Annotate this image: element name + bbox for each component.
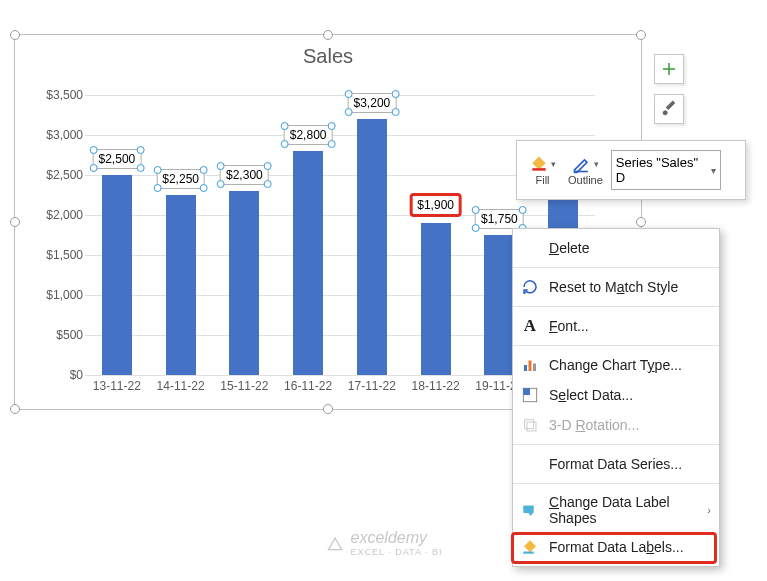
selection-handle[interactable] — [327, 122, 335, 130]
selection-handle[interactable] — [90, 164, 98, 172]
resize-handle[interactable] — [323, 404, 333, 414]
selection-handle[interactable] — [90, 146, 98, 154]
series-selector-text: Series "Sales" D — [616, 155, 711, 185]
data-label[interactable]: $3,200 — [348, 93, 397, 113]
menu-change-type-label: Change Chart Type... — [549, 357, 682, 373]
resize-handle[interactable] — [636, 30, 646, 40]
selection-handle[interactable] — [345, 90, 353, 98]
x-tick-label: 17-11-22 — [348, 379, 396, 393]
bar[interactable] — [293, 151, 323, 375]
selection-handle[interactable] — [281, 140, 289, 148]
data-label[interactable]: $2,500 — [93, 149, 142, 169]
menu-select-data-label: Select Data... — [549, 387, 633, 403]
selection-handle[interactable] — [136, 164, 144, 172]
selection-handle[interactable] — [391, 90, 399, 98]
svg-rect-2 — [524, 365, 527, 371]
menu-delete-label: elete — [559, 240, 589, 256]
reset-icon — [521, 278, 539, 296]
selection-handle[interactable] — [217, 180, 225, 188]
bar[interactable] — [357, 119, 387, 375]
data-label[interactable]: $2,800 — [284, 125, 333, 145]
data-label[interactable]: $2,250 — [156, 169, 205, 189]
select-data-icon — [521, 386, 539, 404]
menu-reset-style[interactable]: Reset to Match Style — [513, 272, 719, 302]
menu-format-data-series[interactable]: Format Data Series... — [513, 449, 719, 479]
menu-separator — [513, 444, 719, 445]
menu-delete[interactable]: Delete — [513, 233, 719, 263]
menu-select-data[interactable]: Select Data... — [513, 380, 719, 410]
svg-rect-3 — [529, 361, 532, 372]
watermark: exceldemy EXCEL · DATA · BI — [325, 529, 443, 557]
chevron-right-icon: › — [707, 504, 711, 516]
bar[interactable] — [102, 175, 132, 375]
menu-change-chart-type[interactable]: Change Chart Type... — [513, 350, 719, 380]
outline-label: Outline — [568, 174, 603, 186]
data-label[interactable]: $1,900 — [409, 193, 462, 217]
menu-separator — [513, 483, 719, 484]
y-tick-label: $500 — [56, 328, 83, 342]
data-label[interactable]: $2,300 — [220, 165, 269, 185]
mini-toolbar: ▾ Fill ▾ Outline Series "Sales" D ▾ — [516, 140, 746, 200]
selection-handle[interactable] — [472, 224, 480, 232]
selection-handle[interactable] — [327, 140, 335, 148]
bar[interactable] — [484, 235, 514, 375]
menu-separator — [513, 345, 719, 346]
font-icon: A — [521, 317, 539, 335]
bar[interactable] — [421, 223, 451, 375]
menu-font[interactable]: A Font... — [513, 311, 719, 341]
selection-handle[interactable] — [345, 108, 353, 116]
resize-handle[interactable] — [636, 217, 646, 227]
fill-button[interactable]: ▾ Fill — [525, 152, 560, 188]
series-selector[interactable]: Series "Sales" D ▾ — [611, 150, 721, 190]
selection-handle[interactable] — [391, 108, 399, 116]
watermark-brand: exceldemy — [351, 529, 427, 546]
paint-bucket-icon — [529, 154, 549, 174]
selection-handle[interactable] — [264, 180, 272, 188]
logo-icon — [325, 533, 345, 553]
selection-handle[interactable] — [472, 206, 480, 214]
selection-handle[interactable] — [153, 184, 161, 192]
resize-handle[interactable] — [323, 30, 333, 40]
selection-handle[interactable] — [136, 146, 144, 154]
svg-rect-6 — [523, 388, 530, 395]
selection-handle[interactable] — [264, 162, 272, 170]
menu-separator — [513, 267, 719, 268]
selection-handle[interactable] — [153, 166, 161, 174]
y-tick-label: $0 — [70, 368, 83, 382]
chevron-down-icon: ▾ — [594, 159, 599, 169]
bar[interactable] — [166, 195, 196, 375]
menu-separator — [513, 306, 719, 307]
gridline — [85, 95, 595, 96]
selection-handle[interactable] — [217, 162, 225, 170]
bar[interactable] — [229, 191, 259, 375]
chart-type-icon — [521, 356, 539, 374]
menu-format-series-label: Format Data Series... — [549, 456, 682, 472]
menu-3d-label: 3-D Rotation... — [549, 417, 639, 433]
x-tick-label: 16-11-22 — [284, 379, 332, 393]
x-tick-label: 13-11-22 — [93, 379, 141, 393]
selection-handle[interactable] — [519, 206, 527, 214]
selection-handle[interactable] — [281, 122, 289, 130]
resize-handle[interactable] — [10, 404, 20, 414]
selection-handle[interactable] — [200, 166, 208, 174]
svg-rect-10 — [523, 552, 534, 554]
data-label[interactable]: $1,750 — [475, 209, 524, 229]
rotation-3d-icon — [521, 416, 539, 434]
resize-handle[interactable] — [10, 30, 20, 40]
menu-change-label-shapes[interactable]: Change Data Label Shapes › — [513, 488, 719, 532]
chart-styles-button[interactable] — [654, 94, 684, 124]
context-menu: Delete Reset to Match Style A Font... Ch… — [512, 228, 720, 567]
menu-format-labels-label: Format Data Labels... — [549, 539, 684, 555]
x-tick-label: 15-11-22 — [220, 379, 268, 393]
svg-rect-4 — [533, 364, 536, 372]
menu-format-data-labels[interactable]: Format Data Labels... — [513, 532, 719, 562]
brush-icon — [660, 100, 678, 118]
selection-handle[interactable] — [200, 184, 208, 192]
svg-rect-7 — [525, 420, 534, 429]
chart-elements-button[interactable] — [654, 54, 684, 84]
y-tick-label: $3,500 — [46, 88, 83, 102]
y-tick-label: $2,000 — [46, 208, 83, 222]
gridline — [85, 135, 595, 136]
outline-button[interactable]: ▾ Outline — [564, 152, 607, 188]
resize-handle[interactable] — [10, 217, 20, 227]
